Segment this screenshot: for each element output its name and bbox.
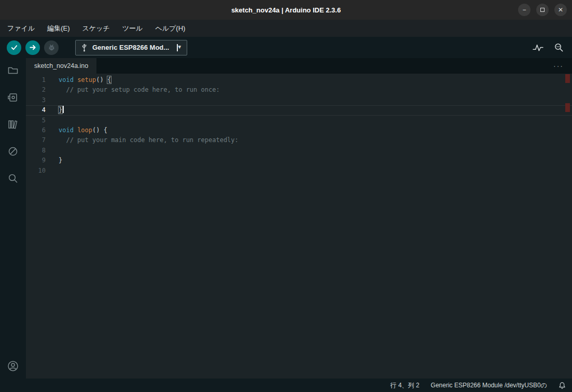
- code-text: void loop() {: [46, 125, 107, 135]
- tab-overflow-menu[interactable]: ···: [553, 62, 572, 70]
- books-icon: [7, 119, 19, 130]
- code-line[interactable]: 6void loop() {: [26, 125, 572, 135]
- bell-icon: [559, 382, 566, 389]
- activity-sidebar: [0, 58, 26, 379]
- menu-bar: ファイル 編集(E) スケッチ ツール ヘルプ(H): [0, 20, 572, 37]
- minimize-icon: −: [522, 6, 526, 13]
- code-line[interactable]: 9}: [26, 156, 572, 165]
- sidebar-item-search[interactable]: [7, 172, 19, 185]
- serial-plotter-button[interactable]: [533, 43, 543, 52]
- debug-button[interactable]: [44, 40, 59, 55]
- sidebar-item-sketchbook[interactable]: [7, 64, 19, 77]
- status-bar: 行 4、列 2 Generic ESP8266 Module /dev/ttyU…: [0, 379, 572, 392]
- board-selector-label: Generic ESP8266 Mod...: [92, 44, 169, 51]
- tab-sketch-file[interactable]: sketch_nov24a.ino: [26, 58, 96, 74]
- main-area: sketch_nov24a.ino ··· 1void setup() {2 /…: [0, 58, 572, 379]
- sidebar-item-boards-manager[interactable]: [7, 91, 19, 104]
- editor-column: sketch_nov24a.ino ··· 1void setup() {2 /…: [26, 58, 572, 379]
- code-line[interactable]: 10: [26, 166, 572, 176]
- code-text: }: [46, 156, 62, 165]
- line-number: 9: [26, 156, 46, 165]
- line-number: 6: [26, 125, 46, 135]
- line-number: 1: [26, 75, 46, 85]
- waveform-icon: [533, 43, 543, 52]
- close-button[interactable]: ✕: [554, 4, 567, 16]
- code-lines: 1void setup() {2 // put your setup code …: [26, 74, 572, 176]
- minimize-button[interactable]: −: [518, 4, 531, 16]
- line-number: 3: [26, 95, 46, 105]
- code-line[interactable]: 5: [26, 116, 572, 125]
- menu-sketch[interactable]: スケッチ: [76, 20, 116, 37]
- code-text: [46, 116, 59, 125]
- toolbar: Generic ESP8266 Mod... ▼: [0, 37, 572, 58]
- window-controls: − ✕: [518, 4, 567, 16]
- code-text: }: [46, 105, 64, 115]
- person-circle-icon: [7, 360, 19, 372]
- serial-monitor-button[interactable]: [554, 43, 564, 52]
- verify-button[interactable]: [7, 40, 21, 55]
- code-line[interactable]: 8: [26, 146, 572, 156]
- menu-tools[interactable]: ツール: [116, 20, 149, 37]
- code-line[interactable]: 3: [26, 95, 572, 105]
- menu-help[interactable]: ヘルプ(H): [149, 20, 191, 37]
- overview-ruler-mark: [565, 103, 570, 112]
- board-port-status[interactable]: Generic ESP8266 Module /dev/ttyUSB0の: [431, 381, 547, 390]
- menu-file[interactable]: ファイル: [1, 20, 41, 37]
- line-number: 10: [26, 166, 46, 176]
- toolbar-right-actions: [533, 37, 564, 58]
- line-number: 8: [26, 146, 46, 156]
- account-button[interactable]: [7, 360, 19, 372]
- code-text: [46, 166, 59, 176]
- text-cursor: [63, 106, 64, 113]
- line-number: 5: [26, 116, 46, 125]
- notifications-bell-button[interactable]: [559, 382, 566, 389]
- code-editor[interactable]: 1void setup() {2 // put your setup code …: [26, 74, 572, 379]
- bug-icon: [48, 44, 55, 51]
- code-text: // put your main code here, to run repea…: [46, 135, 239, 145]
- ellipsis-icon: ···: [553, 62, 564, 70]
- tab-label: sketch_nov24a.ino: [34, 62, 88, 69]
- maximize-button[interactable]: [536, 4, 549, 16]
- code-line[interactable]: 2 // put your setup code here, to run on…: [26, 85, 572, 95]
- code-text: // put your setup code here, to run once…: [46, 85, 220, 95]
- arrow-right-icon: [29, 44, 37, 51]
- line-number: 2: [26, 85, 46, 95]
- usb-plug-icon: [81, 43, 88, 52]
- code-line[interactable]: 7 // put your main code here, to run rep…: [26, 135, 572, 145]
- tab-bar: sketch_nov24a.ino ···: [26, 58, 572, 74]
- code-line[interactable]: 4}: [26, 105, 572, 115]
- line-number: 7: [26, 135, 46, 145]
- circuit-board-icon: [7, 92, 19, 103]
- code-line[interactable]: 1void setup() {: [26, 75, 572, 85]
- arduino-ide-window: sketch_nov24a | Arduino IDE 2.3.6 − ✕ ファ…: [0, 0, 572, 392]
- overview-ruler-mark: [565, 74, 570, 83]
- code-text: void setup() {: [46, 75, 111, 85]
- line-number: 4: [26, 105, 46, 115]
- chevron-down-icon: ▼: [177, 44, 178, 51]
- folder-icon: [7, 65, 19, 76]
- close-icon: ✕: [558, 6, 563, 13]
- window-title: sketch_nov24a | Arduino IDE 2.3.6: [231, 6, 341, 14]
- title-bar: sketch_nov24a | Arduino IDE 2.3.6 − ✕: [0, 0, 572, 20]
- upload-button[interactable]: [25, 40, 40, 55]
- menu-edit[interactable]: 編集(E): [41, 20, 76, 37]
- circle-slash-icon: [7, 146, 19, 157]
- magnifier-icon: [554, 43, 564, 52]
- cursor-position[interactable]: 行 4、列 2: [390, 381, 420, 390]
- search-icon: [7, 173, 19, 184]
- maximize-icon: [540, 8, 545, 12]
- check-icon: [10, 44, 18, 51]
- code-text: [46, 95, 59, 105]
- sidebar-item-library-manager[interactable]: [7, 118, 19, 131]
- sidebar-item-debug[interactable]: [7, 145, 19, 158]
- code-text: [46, 146, 59, 156]
- board-selector-dropdown[interactable]: Generic ESP8266 Mod... ▼: [75, 40, 187, 55]
